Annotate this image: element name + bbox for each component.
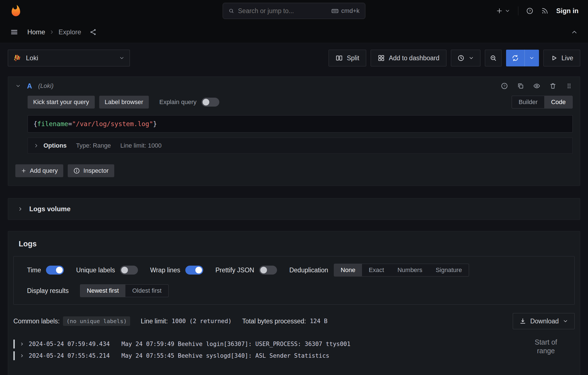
chevron-right-icon [33,143,39,148]
refresh-button-group [506,50,539,66]
help-button[interactable]: ? [526,7,533,15]
copy-icon[interactable] [517,82,524,90]
refresh-button[interactable] [506,50,524,66]
trash-icon[interactable] [549,82,557,90]
zoom-out-icon [490,54,497,62]
chevron-down-icon [468,55,474,61]
display-results-group: Newest first Oldest first [80,284,169,297]
kick-start-button[interactable]: Kick start your query [28,96,95,109]
split-columns-icon [336,54,343,62]
mode-code-option[interactable]: Code [544,96,572,108]
chevron-right-icon [18,206,23,212]
display-results-label: Display results [27,287,69,295]
topbar-actions: ? Sign in [496,6,579,15]
info-circle-icon [73,167,80,174]
label-browser-button[interactable]: Label browser [99,96,149,109]
label-browser-label: Label browser [105,98,143,106]
split-button[interactable]: Split [329,50,366,66]
search-box[interactable]: cmd+k [223,3,365,19]
live-button[interactable]: Live [543,50,580,66]
query-code-editor[interactable]: {filename="/var/log/system.log"} [28,115,573,133]
order-option-oldest[interactable]: Oldest first [125,285,168,297]
toolbar-actions: Split Add to dashboard [329,50,580,66]
zoom-out-button[interactable] [485,50,502,66]
query-options-row[interactable]: Options Type: Range Line limit: 1000 [28,138,573,154]
share-icon[interactable] [89,28,97,36]
log-row[interactable]: 2024-05-24 07:59:49.434 May 24 07:59:49 … [13,338,575,350]
time-toggle-label: Time [27,266,41,274]
logs-volume-section[interactable]: Logs volume [8,198,580,220]
time-toggle[interactable] [46,266,64,275]
dedup-option-signature[interactable]: Signature [429,264,468,276]
keyboard-icon [331,7,339,15]
datasource-name: Loki [26,54,38,62]
mode-builder-option[interactable]: Builder [512,96,544,108]
unique-labels-toggle[interactable] [120,266,138,275]
explain-query-toggle[interactable] [201,98,219,107]
logs-controls-row-2: Display results Newest first Oldest firs… [27,284,561,297]
logs-meta-row: Common labels: (no unique labels) Line l… [13,313,575,329]
live-label: Live [562,54,573,62]
query-datasource-hint: (Loki) [38,82,54,90]
wrap-lines-toggle-label: Wrap lines [150,266,180,274]
explore-page: Loki Split Add to dashboard [0,50,588,375]
eye-icon[interactable] [533,82,540,90]
logs-panel-title: Logs [19,240,580,248]
svg-text:?: ? [503,84,505,88]
dedup-option-numbers[interactable]: Numbers [391,264,429,276]
collapse-query-icon[interactable] [15,83,21,89]
inspector-button[interactable]: Inspector [68,164,114,177]
logs-volume-title: Logs volume [29,205,71,213]
chevron-right-icon [20,354,24,358]
wrap-lines-toggle[interactable] [185,266,203,275]
download-icon [519,318,526,325]
datasource-picker[interactable]: Loki [8,50,130,66]
log-row[interactable]: 2024-05-24 07:55:45.214 May 24 07:55:45 … [13,350,575,362]
download-button[interactable]: Download [513,313,575,329]
log-row-message: May 24 07:59:49 Beehive login[36307]: US… [122,341,351,347]
add-to-dashboard-button[interactable]: Add to dashboard [371,50,446,66]
log-rows-list: 2024-05-24 07:59:49.434 May 24 07:59:49 … [13,338,575,362]
query-editor-panel: A (Loki) ? [8,76,580,186]
new-menu-button[interactable] [496,7,510,15]
start-of-range-marker[interactable]: Start of range [531,338,560,355]
query-label-name: filename [37,120,68,128]
news-button[interactable] [541,7,548,15]
log-row-message: May 24 07:55:45 Beehive syslogd[340]: AS… [122,352,329,359]
refresh-interval-dropdown[interactable] [524,50,539,66]
sign-in-link[interactable]: Sign in [556,7,579,15]
options-line-limit: Line limit: 1000 [120,142,162,149]
help-circle-icon[interactable]: ? [501,82,508,90]
add-to-dashboard-label: Add to dashboard [389,54,439,62]
prettify-json-toggle-label: Prettify JSON [215,266,254,274]
total-bytes-value: 124 B [310,318,327,324]
chevron-down-icon [529,55,534,61]
dedup-option-none[interactable]: None [334,264,362,276]
unique-labels-toggle-label: Unique labels [76,266,115,274]
query-row-actions: ? [501,82,573,90]
options-title: Options [43,142,67,149]
options-type: Type: Range [76,142,111,149]
line-limit-label: Line limit: [141,318,168,325]
chevron-up-icon[interactable] [571,28,578,36]
drag-dots-icon[interactable] [565,82,573,90]
chevron-down-icon [563,318,568,324]
search-input[interactable] [238,7,327,15]
menu-icon[interactable] [10,28,18,36]
order-option-newest[interactable]: Newest first [80,285,126,297]
chevron-down-icon [505,8,510,14]
breadcrumb-home[interactable]: Home [27,28,45,36]
explain-query-label: Explain query [159,98,196,106]
chevron-right-icon [20,342,24,346]
time-picker-button[interactable] [451,50,480,66]
search-shortcut-label: cmd+k [341,7,359,15]
grafana-logo[interactable] [9,4,22,17]
inspector-label: Inspector [83,167,109,174]
add-query-label: Add query [30,167,58,174]
prettify-json-toggle[interactable] [259,266,277,275]
dedup-option-exact[interactable]: Exact [362,264,391,276]
query-brace-close: } [153,120,157,128]
log-level-bar [13,351,15,360]
add-query-button[interactable]: Add query [15,164,63,177]
breadcrumb-bar: Home Explore [0,21,588,43]
